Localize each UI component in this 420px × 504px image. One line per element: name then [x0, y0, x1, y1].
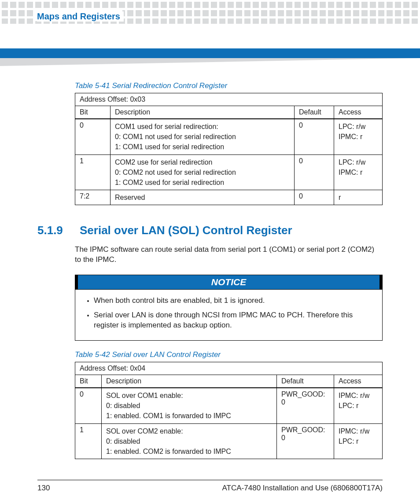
table2-offset: Address Offset: 0x04 [75, 362, 383, 375]
cell-bit: 0 [75, 388, 102, 423]
cell-bit: 0 [75, 119, 111, 155]
notice-list: When both control bits are enabled, bit … [85, 296, 372, 331]
table2-h-def: Default [277, 375, 334, 388]
section-body: The IPMC software can route serial data … [75, 245, 383, 265]
footer-rule [37, 480, 383, 480]
cell-access: IPMC: r/wLPC: r [334, 388, 383, 423]
cell-access: LPC: r/wIPMC: r [334, 119, 383, 155]
table1-h-def: Default [295, 106, 334, 119]
header-triangle [0, 58, 420, 66]
cell-bit: 7:2 [75, 190, 111, 205]
page-number: 130 [37, 484, 50, 493]
cell-access: LPC: r/wIPMC: r [334, 155, 383, 190]
cell-access: r [334, 190, 383, 205]
cell-default: 0 [295, 190, 334, 205]
cell-default: 0 [295, 155, 334, 190]
table2: Address Offset: 0x04 Bit Description Def… [75, 362, 383, 459]
notice-box: NOTICE When both control bits are enable… [75, 275, 383, 341]
table2-h-desc: Description [102, 375, 277, 388]
cell-desc: SOL over COM2 enable:0: disabled1: enabl… [102, 423, 277, 459]
table2-h-acc: Access [334, 375, 383, 388]
cell-desc: COM1 used for serial redirection:0: COM1… [111, 119, 295, 155]
table2-caption: Table 5-42 Serial over LAN Control Regis… [75, 350, 383, 359]
notice-label: NOTICE [75, 275, 382, 290]
section-header: 5.1.9 Serial over LAN (SOL) Control Regi… [37, 224, 383, 237]
cell-default: PWR_GOOD: 0 [277, 388, 334, 423]
page-content: Table 5-41 Serial Redirection Control Re… [37, 81, 383, 459]
table-row: 1SOL over COM2 enable:0: disabled1: enab… [75, 423, 383, 459]
notice-body: When both control bits are enabled, bit … [75, 290, 382, 340]
cell-desc: SOL over COM1 enable:0: disabled1: enabl… [102, 388, 277, 423]
table-row: 0SOL over COM1 enable:0: disabled1: enab… [75, 388, 383, 423]
table-row: 0COM1 used for serial redirection:0: COM… [75, 119, 383, 155]
table1-body: 0COM1 used for serial redirection:0: COM… [75, 119, 383, 205]
doc-id: ATCA-7480 Installation and Use (6806800T… [222, 484, 383, 493]
table2-body: 0SOL over COM1 enable:0: disabled1: enab… [75, 388, 383, 459]
cell-desc: Reserved [111, 190, 295, 205]
table1-offset: Address Offset: 0x03 [75, 93, 383, 106]
cell-default: PWR_GOOD: 0 [277, 423, 334, 459]
cell-desc: COM2 use for serial redirection0: COM2 n… [111, 155, 295, 190]
cell-default: 0 [295, 119, 334, 155]
cell-bit: 1 [75, 423, 102, 459]
header-blue-bar [0, 48, 420, 58]
chapter-title: Maps and Registers [37, 11, 124, 22]
table1-h-desc: Description [111, 106, 295, 119]
table1-caption: Table 5-41 Serial Redirection Control Re… [75, 81, 383, 90]
table2-h-bit: Bit [75, 375, 102, 388]
cell-bit: 1 [75, 155, 111, 190]
notice-item: Serial over LAN is done through NCSI fro… [94, 310, 372, 331]
table1-h-bit: Bit [75, 106, 111, 119]
table-row: 1COM2 use for serial redirection0: COM2 … [75, 155, 383, 190]
table1-h-acc: Access [334, 106, 383, 119]
section-title: Serial over LAN (SOL) Control Register [80, 224, 292, 237]
cell-access: IPMC: r/wLPC: r [334, 423, 383, 459]
section-number: 5.1.9 [37, 224, 68, 237]
page-footer: 130 ATCA-7480 Installation and Use (6806… [37, 484, 383, 493]
notice-item: When both control bits are enabled, bit … [94, 296, 372, 306]
table1: Address Offset: 0x03 Bit Description Def… [75, 93, 383, 205]
table-row: 7:2Reserved0r [75, 190, 383, 205]
